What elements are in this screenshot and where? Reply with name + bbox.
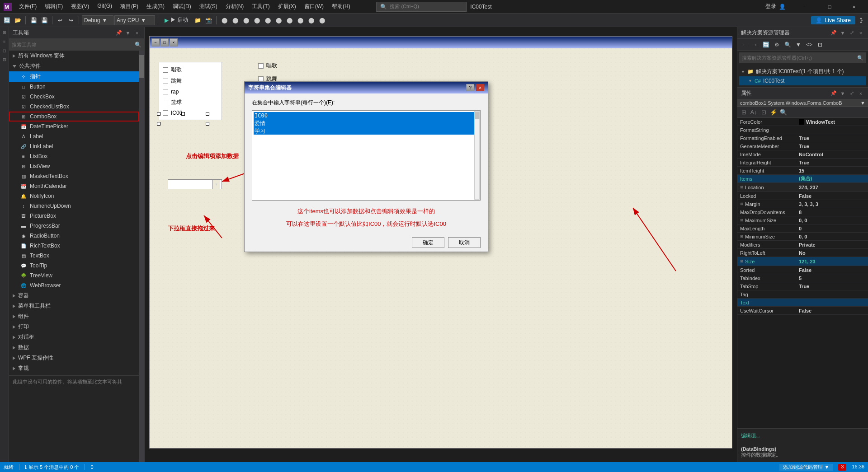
se-solution-item[interactable]: ▼ 📁 解决方案'IC00Test'(1 个项目/共 1 个): [739, 67, 866, 76]
save-all-btn[interactable]: 💾: [39, 15, 49, 25]
open-btn[interactable]: 📂: [13, 15, 23, 25]
prop-row-righttoleft[interactable]: RightToLeft No: [737, 249, 868, 257]
tool-progressbar[interactable]: ▬ ProgressBar: [9, 221, 139, 231]
new-project-btn[interactable]: 🔄: [2, 15, 12, 25]
prop-row-minimumsize[interactable]: ⊞ MinimumSize 0, 0: [737, 233, 868, 241]
se-menu-btn[interactable]: ▼: [839, 29, 846, 37]
align-right-btn[interactable]: ⬤: [241, 15, 251, 25]
prop-row-location[interactable]: ⊞ Location 374, 237: [737, 183, 868, 192]
open-folder-btn[interactable]: 📁: [193, 15, 203, 25]
prop-row-maximumsize[interactable]: ⊞ MaximumSize 0, 0: [737, 216, 868, 224]
order-btn[interactable]: ⬤: [284, 15, 294, 25]
category-wpf[interactable]: WPF 互操作性: [9, 353, 139, 363]
toolbox-menu-btn[interactable]: ▼: [124, 29, 132, 37]
align-left-btn[interactable]: ⬤: [219, 15, 229, 25]
prop-float-btn[interactable]: ⤢: [848, 90, 855, 97]
se-refresh-btn[interactable]: 🔄: [761, 40, 771, 50]
handle-topleft[interactable]: [157, 112, 160, 116]
prop-row-tabindex[interactable]: TabIndex 5: [737, 274, 868, 282]
handle-topright[interactable]: [206, 112, 209, 116]
checkbox-item-basketball[interactable]: 篮球: [163, 98, 218, 106]
category-data[interactable]: 数据: [9, 342, 139, 353]
tool-treeview[interactable]: 🌳 TreeView: [9, 271, 139, 280]
snap-btn[interactable]: ⬤: [306, 15, 316, 25]
undo-btn[interactable]: ↩: [55, 15, 65, 25]
win-maximize-btn[interactable]: □: [160, 38, 169, 47]
checkbox-item-dance[interactable]: 跳舞: [163, 77, 218, 85]
tool-combobox[interactable]: ⊞ ComboBox: [9, 112, 139, 122]
menu-window[interactable]: 窗口(W): [301, 1, 327, 12]
prop-row-text[interactable]: Text: [737, 299, 868, 307]
designer-titlebar[interactable]: − □ ×: [150, 37, 732, 48]
close-button[interactable]: ×: [844, 0, 864, 14]
win-minimize-btn[interactable]: −: [151, 38, 160, 47]
grid-btn[interactable]: ⬤: [295, 15, 305, 25]
checkbox-dance[interactable]: [163, 79, 168, 84]
category-dialogs[interactable]: 对话框: [9, 332, 139, 342]
se-pin-btn[interactable]: 📌: [830, 29, 837, 37]
checkbox-basketball[interactable]: [163, 100, 168, 105]
category-print[interactable]: 打印: [9, 322, 139, 332]
screenshot-btn[interactable]: 📸: [203, 15, 213, 25]
toolbox-close-btn[interactable]: ×: [133, 29, 141, 37]
prop-row-maxdropdownitems[interactable]: MaxDropDownItems 8: [737, 208, 868, 216]
prop-props-btn[interactable]: ⊡: [759, 108, 768, 117]
checkbox-rap[interactable]: [163, 89, 168, 94]
menu-view[interactable]: 视图(V): [67, 1, 93, 12]
sidebar-properties-icon[interactable]: ≡: [1, 38, 8, 45]
prop-search-btn[interactable]: 🔍: [779, 108, 788, 117]
notification-badge[interactable]: 3: [838, 464, 846, 471]
menu-file[interactable]: 文件(F): [15, 1, 40, 12]
sidebar-server-icon[interactable]: ⊞: [1, 29, 8, 36]
tool-button[interactable]: □ Button: [9, 82, 139, 92]
se-settings-btn[interactable]: ⚙: [772, 40, 782, 50]
prop-pin-btn[interactable]: 📌: [830, 90, 837, 97]
se-close-btn[interactable]: ×: [857, 29, 864, 37]
login-link[interactable]: 登录: [765, 3, 776, 10]
tool-listbox[interactable]: ≡ ListBox: [9, 151, 139, 161]
maximize-button[interactable]: □: [819, 0, 840, 14]
tool-monthcalendar[interactable]: 📆 MonthCalendar: [9, 181, 139, 191]
menu-extensions[interactable]: 扩展(X): [274, 1, 300, 12]
start-button[interactable]: ▶ ▶ 启动: [161, 15, 192, 25]
handle-topmid[interactable]: [181, 112, 185, 116]
se-project-item[interactable]: ▼ C# IC00Test: [739, 76, 866, 85]
toolbox-scrollbar[interactable]: [139, 51, 144, 462]
tool-checkbox[interactable]: ☑ CheckBox: [9, 92, 139, 102]
checkbox-ic00[interactable]: [163, 110, 168, 116]
prop-row-sorted[interactable]: Sorted False: [737, 266, 868, 274]
tool-maskedtextbox[interactable]: ▥ MaskedTextBox: [9, 171, 139, 181]
handle-botleft[interactable]: [157, 122, 160, 126]
tool-numericupdown[interactable]: ↕ NumericUpDown: [9, 201, 139, 211]
tool-webbrowser[interactable]: 🌐 WebBrowser: [9, 280, 139, 290]
tool-linklabel[interactable]: 🔗 LinkLabel: [9, 141, 139, 151]
tool-picturebox[interactable]: 🖼 PictureBox: [9, 211, 139, 221]
category-all-windows[interactable]: 所有 Windows 窗体: [9, 51, 139, 61]
prop-row-integralheight[interactable]: IntegralHeight True: [737, 159, 868, 167]
tool-radiobutton[interactable]: ◉ RadioButton: [9, 231, 139, 241]
menu-debug[interactable]: 调试(D): [169, 1, 195, 12]
prop-row-tag[interactable]: Tag: [737, 290, 868, 299]
se-code-btn[interactable]: <>: [804, 40, 814, 50]
add-to-source-btn[interactable]: 添加到源代码管理 ▼: [779, 464, 833, 471]
prop-edit-link[interactable]: 编辑项...: [741, 433, 760, 438]
prop-category-btn[interactable]: ⊞: [739, 108, 748, 117]
minimize-button[interactable]: −: [795, 0, 816, 14]
prop-row-size[interactable]: ⊞ Size 121, 23: [737, 257, 868, 266]
checkbox-sing[interactable]: [163, 67, 168, 73]
align-center-btn[interactable]: ⬤: [230, 15, 240, 25]
category-general[interactable]: 常规: [9, 363, 139, 374]
prop-selector-row[interactable]: comboBox1 System.Windows.Forms.ComboB ▼: [737, 99, 868, 107]
prop-row-formattingenabled[interactable]: FormattingEnabled True: [737, 134, 868, 142]
menu-analyze[interactable]: 分析(N): [222, 1, 248, 12]
se-back-btn[interactable]: ←: [739, 40, 749, 50]
dialog-cancel-btn[interactable]: 取消: [448, 237, 481, 248]
prop-alpha-btn[interactable]: A↓: [749, 108, 758, 117]
prop-row-tabstop[interactable]: TabStop True: [737, 282, 868, 290]
sizing-btn[interactable]: ⬤: [274, 15, 283, 25]
tool-richtextbox[interactable]: 📄 RichTextBox: [9, 241, 139, 251]
status-info-area[interactable]: ℹ 展示 5 个消息中的 0 个: [25, 464, 79, 471]
prop-row-imemode[interactable]: ImeMode NoControl: [737, 150, 868, 159]
category-menus[interactable]: 菜单和工具栏: [9, 301, 139, 311]
prop-row-modifiers[interactable]: Modifiers Private: [737, 241, 868, 249]
